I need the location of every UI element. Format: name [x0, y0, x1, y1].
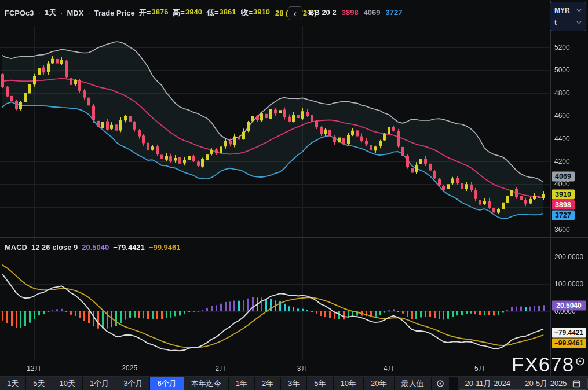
ohlc-pair: 高=3940	[173, 8, 202, 18]
watermark-logo-icon	[576, 357, 585, 366]
macd-hist-value: 20.5040	[82, 243, 109, 252]
ohlc-label: 收=	[240, 8, 253, 18]
bb-title: BB 20 2	[309, 8, 337, 17]
unit-value: t	[554, 19, 557, 27]
date-to: 20-5月-2025	[525, 378, 567, 389]
exchange-label: MDX	[67, 9, 84, 17]
time-tick-label: 12月	[27, 364, 41, 374]
time-tick-label: 2月	[215, 364, 226, 374]
time-tick-label: 4月	[384, 364, 395, 374]
range-button-2年[interactable]: 2年	[255, 377, 281, 390]
currency-value: MYR	[554, 6, 570, 14]
macd-badge: 20.5040	[552, 301, 586, 311]
ohlc-values: 开=3876高=3940低=3861收=3910	[139, 8, 270, 18]
range-button-1个月[interactable]: 1个月	[83, 377, 116, 390]
range-button-5年[interactable]: 5年	[307, 377, 333, 390]
time-tick-label: 2025	[122, 364, 137, 372]
date-from: 20-11月-2024	[465, 378, 511, 389]
time-tick-label: 5月	[474, 364, 485, 374]
symbol-name[interactable]: FCPOc3	[5, 9, 34, 17]
range-button-1天[interactable]: 1天	[0, 377, 26, 390]
settings-icon	[436, 380, 444, 388]
range-button-5天[interactable]: 5天	[26, 377, 52, 390]
chevron-down-icon	[576, 9, 582, 12]
series-type-label: Trade Price	[94, 9, 135, 17]
range-button-6个月[interactable]: 6个月	[150, 377, 184, 390]
ohlc-pair: 低=3861	[207, 8, 236, 18]
price-badge: 3898	[552, 200, 575, 209]
price-tick-label: 5200	[554, 43, 570, 51]
macd-tick-label: 100.0000	[554, 280, 583, 288]
bb-indicator-header[interactable]: BB 20 2 3898 4069 3727	[309, 8, 402, 17]
macd-badge: −99.9461	[552, 339, 586, 348]
ohlc-label: 开=	[139, 8, 151, 18]
ohlc-value: 3861	[219, 8, 236, 18]
collapse-chevron-button[interactable]: ‹	[288, 6, 302, 20]
range-button-10天[interactable]: 10天	[52, 377, 82, 390]
separator-dot: ·	[87, 9, 90, 17]
price-tick-label: 4800	[554, 89, 570, 97]
ohlc-value: 3910	[253, 8, 270, 18]
price-badge: 3727	[552, 210, 575, 220]
price-tick-label: 5000	[554, 66, 570, 74]
symbol-header: FCPOc3 · 1天 · MDX · Trade Price 开=3876高=…	[5, 8, 316, 18]
macd-line-value: −79.4421	[113, 243, 145, 252]
macd-signal-value: −99.9461	[149, 243, 181, 252]
separator-dot: ·	[38, 9, 41, 17]
ohlc-label: 低=	[207, 8, 219, 18]
price-tick-label: 4600	[554, 112, 570, 120]
macd-badge: −79.4421	[552, 328, 586, 338]
range-button-本年迄今[interactable]: 本年迄今	[184, 377, 229, 390]
watermark-text: FX678	[512, 354, 574, 374]
ohlc-pair: 开=3876	[139, 8, 169, 18]
range-button-10年[interactable]: 10年	[334, 377, 364, 390]
price-tick-label: 4400	[554, 135, 570, 143]
price-badge: 3910	[552, 189, 575, 199]
calendar-icon	[572, 380, 580, 388]
price-tick-label: 4000	[554, 180, 570, 188]
macd-params: 12 26 close 9	[31, 243, 78, 252]
date-range-picker[interactable]: 20-11月-2024 – 20-5月-2025	[458, 377, 588, 390]
trading-chart-app: FCPOc3 · 1天 · MDX · Trade Price 开=3876高=…	[0, 0, 588, 390]
separator-dot: ·	[60, 9, 63, 17]
range-button-1年[interactable]: 1年	[229, 377, 255, 390]
macd-tick-label: 200.0000	[554, 253, 583, 261]
range-toolbar: 1天5天10天1个月3个月6个月本年迄今1年2年3年5年10年20年最大值 20…	[0, 376, 588, 390]
date-separator: –	[516, 379, 520, 388]
range-buttons: 1天5天10天1个月3个月6个月本年迄今1年2年3年5年10年20年最大值	[0, 377, 432, 390]
range-button-最大值[interactable]: 最大值	[395, 377, 432, 390]
bb-upper-value: 4069	[364, 8, 381, 17]
bb-lower-value: 3727	[386, 8, 403, 17]
price-tick-label: 3600	[554, 226, 570, 234]
settings-button[interactable]	[432, 377, 450, 390]
ohlc-value: 3940	[185, 8, 202, 18]
currency-dropdown[interactable]: MYR	[554, 6, 582, 14]
watermark-fx678: FX678	[512, 354, 585, 374]
range-button-3个月[interactable]: 3个月	[116, 377, 150, 390]
price-badge: 4069	[552, 171, 575, 181]
unit-dropdown[interactable]: t	[554, 19, 582, 27]
ohlc-label: 高=	[173, 8, 185, 18]
range-button-3年[interactable]: 3年	[281, 377, 307, 390]
price-tick-label: 4200	[554, 157, 570, 165]
range-button-20年[interactable]: 20年	[364, 377, 394, 390]
chevron-down-icon	[576, 21, 582, 24]
ohlc-value: 3876	[151, 8, 168, 18]
time-tick-label: 3月	[297, 364, 308, 374]
bb-mid-value: 3898	[342, 8, 359, 17]
price-chart-canvas[interactable]	[0, 0, 588, 390]
currency-unit-selector: MYR t	[550, 2, 586, 31]
macd-indicator-header[interactable]: MACD 12 26 close 9 20.5040 −79.4421 −99.…	[5, 243, 180, 252]
interval-label[interactable]: 1天	[45, 8, 56, 18]
macd-title: MACD	[5, 243, 27, 252]
ohlc-pair: 收=3910	[240, 8, 270, 18]
